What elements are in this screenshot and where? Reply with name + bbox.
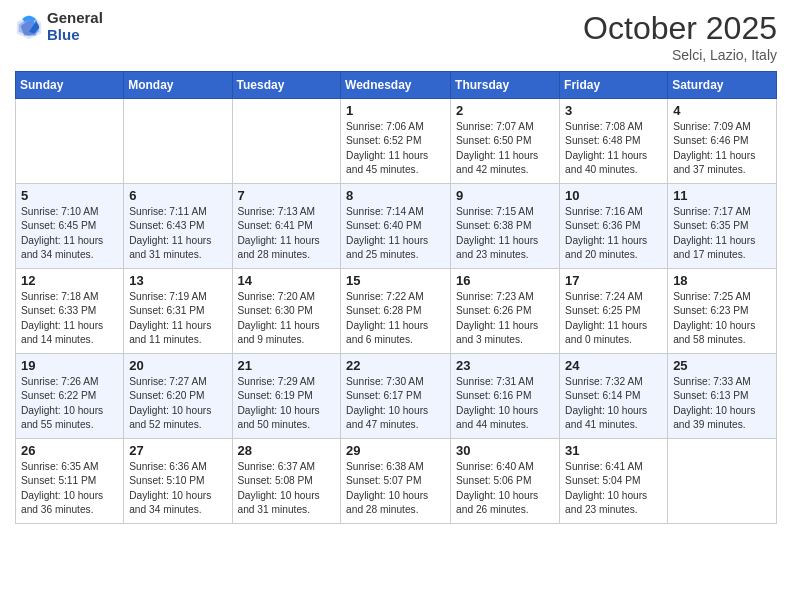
day-number: 8	[346, 188, 445, 203]
table-row: 1Sunrise: 7:06 AMSunset: 6:52 PMDaylight…	[341, 99, 451, 184]
table-row: 22Sunrise: 7:30 AMSunset: 6:17 PMDayligh…	[341, 354, 451, 439]
table-row: 23Sunrise: 7:31 AMSunset: 6:16 PMDayligh…	[451, 354, 560, 439]
table-row: 31Sunrise: 6:41 AMSunset: 5:04 PMDayligh…	[560, 439, 668, 524]
day-info: Sunrise: 7:10 AMSunset: 6:45 PMDaylight:…	[21, 205, 118, 262]
day-info: Sunrise: 7:31 AMSunset: 6:16 PMDaylight:…	[456, 375, 554, 432]
day-info: Sunrise: 7:13 AMSunset: 6:41 PMDaylight:…	[238, 205, 336, 262]
day-info: Sunrise: 7:09 AMSunset: 6:46 PMDaylight:…	[673, 120, 771, 177]
day-number: 9	[456, 188, 554, 203]
table-row: 29Sunrise: 6:38 AMSunset: 5:07 PMDayligh…	[341, 439, 451, 524]
calendar-week-row: 12Sunrise: 7:18 AMSunset: 6:33 PMDayligh…	[16, 269, 777, 354]
day-info: Sunrise: 7:20 AMSunset: 6:30 PMDaylight:…	[238, 290, 336, 347]
table-row: 21Sunrise: 7:29 AMSunset: 6:19 PMDayligh…	[232, 354, 341, 439]
day-info: Sunrise: 7:33 AMSunset: 6:13 PMDaylight:…	[673, 375, 771, 432]
day-info: Sunrise: 7:17 AMSunset: 6:35 PMDaylight:…	[673, 205, 771, 262]
day-info: Sunrise: 6:41 AMSunset: 5:04 PMDaylight:…	[565, 460, 662, 517]
location: Selci, Lazio, Italy	[583, 47, 777, 63]
table-row	[668, 439, 777, 524]
col-saturday: Saturday	[668, 72, 777, 99]
day-info: Sunrise: 6:35 AMSunset: 5:11 PMDaylight:…	[21, 460, 118, 517]
table-row: 14Sunrise: 7:20 AMSunset: 6:30 PMDayligh…	[232, 269, 341, 354]
logo: General Blue	[15, 10, 103, 43]
table-row: 16Sunrise: 7:23 AMSunset: 6:26 PMDayligh…	[451, 269, 560, 354]
day-info: Sunrise: 7:18 AMSunset: 6:33 PMDaylight:…	[21, 290, 118, 347]
day-info: Sunrise: 7:26 AMSunset: 6:22 PMDaylight:…	[21, 375, 118, 432]
day-info: Sunrise: 6:37 AMSunset: 5:08 PMDaylight:…	[238, 460, 336, 517]
table-row: 30Sunrise: 6:40 AMSunset: 5:06 PMDayligh…	[451, 439, 560, 524]
day-number: 27	[129, 443, 226, 458]
day-info: Sunrise: 7:11 AMSunset: 6:43 PMDaylight:…	[129, 205, 226, 262]
day-number: 5	[21, 188, 118, 203]
day-number: 30	[456, 443, 554, 458]
table-row: 13Sunrise: 7:19 AMSunset: 6:31 PMDayligh…	[124, 269, 232, 354]
day-info: Sunrise: 6:36 AMSunset: 5:10 PMDaylight:…	[129, 460, 226, 517]
day-number: 17	[565, 273, 662, 288]
table-row: 3Sunrise: 7:08 AMSunset: 6:48 PMDaylight…	[560, 99, 668, 184]
day-info: Sunrise: 7:29 AMSunset: 6:19 PMDaylight:…	[238, 375, 336, 432]
day-number: 24	[565, 358, 662, 373]
day-number: 3	[565, 103, 662, 118]
day-info: Sunrise: 7:27 AMSunset: 6:20 PMDaylight:…	[129, 375, 226, 432]
table-row: 17Sunrise: 7:24 AMSunset: 6:25 PMDayligh…	[560, 269, 668, 354]
day-info: Sunrise: 7:14 AMSunset: 6:40 PMDaylight:…	[346, 205, 445, 262]
table-row: 5Sunrise: 7:10 AMSunset: 6:45 PMDaylight…	[16, 184, 124, 269]
table-row: 28Sunrise: 6:37 AMSunset: 5:08 PMDayligh…	[232, 439, 341, 524]
logo-icon	[15, 13, 43, 41]
header: General Blue October 2025 Selci, Lazio, …	[15, 10, 777, 63]
logo-general: General	[47, 10, 103, 27]
day-number: 14	[238, 273, 336, 288]
col-monday: Monday	[124, 72, 232, 99]
col-friday: Friday	[560, 72, 668, 99]
table-row: 2Sunrise: 7:07 AMSunset: 6:50 PMDaylight…	[451, 99, 560, 184]
day-number: 13	[129, 273, 226, 288]
day-number: 10	[565, 188, 662, 203]
day-number: 19	[21, 358, 118, 373]
logo-blue: Blue	[47, 27, 103, 44]
day-number: 28	[238, 443, 336, 458]
day-info: Sunrise: 7:15 AMSunset: 6:38 PMDaylight:…	[456, 205, 554, 262]
day-number: 18	[673, 273, 771, 288]
table-row: 24Sunrise: 7:32 AMSunset: 6:14 PMDayligh…	[560, 354, 668, 439]
day-info: Sunrise: 7:23 AMSunset: 6:26 PMDaylight:…	[456, 290, 554, 347]
table-row	[232, 99, 341, 184]
day-number: 4	[673, 103, 771, 118]
table-row: 18Sunrise: 7:25 AMSunset: 6:23 PMDayligh…	[668, 269, 777, 354]
day-info: Sunrise: 6:38 AMSunset: 5:07 PMDaylight:…	[346, 460, 445, 517]
day-info: Sunrise: 6:40 AMSunset: 5:06 PMDaylight:…	[456, 460, 554, 517]
page: General Blue October 2025 Selci, Lazio, …	[0, 0, 792, 612]
table-row: 7Sunrise: 7:13 AMSunset: 6:41 PMDaylight…	[232, 184, 341, 269]
table-row: 19Sunrise: 7:26 AMSunset: 6:22 PMDayligh…	[16, 354, 124, 439]
day-info: Sunrise: 7:08 AMSunset: 6:48 PMDaylight:…	[565, 120, 662, 177]
table-row: 12Sunrise: 7:18 AMSunset: 6:33 PMDayligh…	[16, 269, 124, 354]
day-number: 2	[456, 103, 554, 118]
day-info: Sunrise: 7:30 AMSunset: 6:17 PMDaylight:…	[346, 375, 445, 432]
table-row: 11Sunrise: 7:17 AMSunset: 6:35 PMDayligh…	[668, 184, 777, 269]
col-wednesday: Wednesday	[341, 72, 451, 99]
day-number: 31	[565, 443, 662, 458]
day-info: Sunrise: 7:22 AMSunset: 6:28 PMDaylight:…	[346, 290, 445, 347]
day-number: 21	[238, 358, 336, 373]
table-row: 8Sunrise: 7:14 AMSunset: 6:40 PMDaylight…	[341, 184, 451, 269]
table-row: 26Sunrise: 6:35 AMSunset: 5:11 PMDayligh…	[16, 439, 124, 524]
table-row: 4Sunrise: 7:09 AMSunset: 6:46 PMDaylight…	[668, 99, 777, 184]
day-number: 16	[456, 273, 554, 288]
day-info: Sunrise: 7:06 AMSunset: 6:52 PMDaylight:…	[346, 120, 445, 177]
day-number: 26	[21, 443, 118, 458]
day-number: 1	[346, 103, 445, 118]
day-number: 15	[346, 273, 445, 288]
logo-text: General Blue	[47, 10, 103, 43]
table-row: 6Sunrise: 7:11 AMSunset: 6:43 PMDaylight…	[124, 184, 232, 269]
table-row: 25Sunrise: 7:33 AMSunset: 6:13 PMDayligh…	[668, 354, 777, 439]
month-title: October 2025	[583, 10, 777, 47]
table-row: 10Sunrise: 7:16 AMSunset: 6:36 PMDayligh…	[560, 184, 668, 269]
day-number: 6	[129, 188, 226, 203]
table-row: 20Sunrise: 7:27 AMSunset: 6:20 PMDayligh…	[124, 354, 232, 439]
day-number: 7	[238, 188, 336, 203]
day-number: 29	[346, 443, 445, 458]
day-number: 23	[456, 358, 554, 373]
col-tuesday: Tuesday	[232, 72, 341, 99]
day-info: Sunrise: 7:24 AMSunset: 6:25 PMDaylight:…	[565, 290, 662, 347]
col-thursday: Thursday	[451, 72, 560, 99]
day-number: 22	[346, 358, 445, 373]
day-number: 11	[673, 188, 771, 203]
